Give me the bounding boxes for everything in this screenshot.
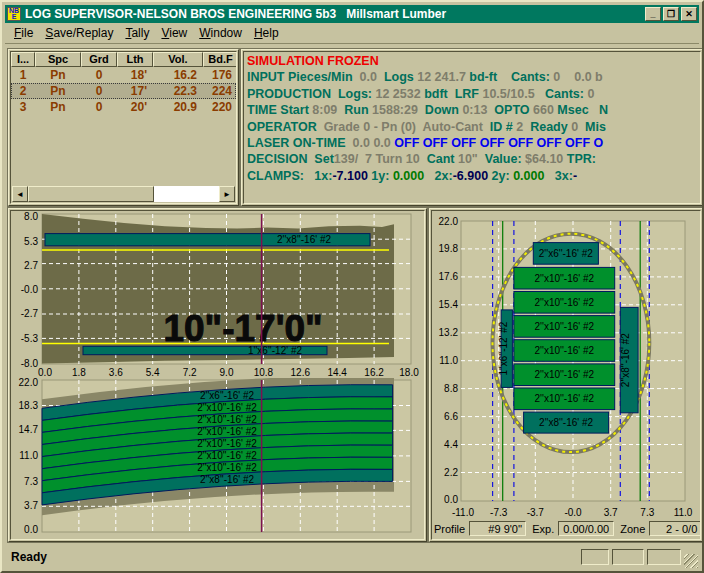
svg-text:7.3: 7.3 bbox=[640, 507, 654, 518]
minimize-button[interactable]: _ bbox=[645, 7, 661, 21]
app-window: NB E LOG SUPERVISOR-NELSON BROS ENGINEER… bbox=[0, 0, 704, 573]
app-icon-letters: E bbox=[12, 14, 17, 20]
simulation-status-window: SIMULATION FROZEN INPUT Pieces/Min 0.0 L… bbox=[241, 49, 703, 206]
svg-text:2''x6''-16' #2: 2''x6''-16' #2 bbox=[200, 390, 254, 401]
svg-text:1.8: 1.8 bbox=[72, 367, 86, 378]
status-line-input: INPUT Pieces/Min 0.0 Logs 12 241.7 bd-ft… bbox=[247, 69, 700, 85]
profile-bar: Profile #9 9'0'' Exp. 0.00/0.00 Zone 2 -… bbox=[434, 520, 700, 537]
status-bar-pane-1 bbox=[581, 549, 609, 565]
svg-text:2.7: 2.7 bbox=[24, 260, 38, 271]
svg-text:2''x10''-16' #2: 2''x10''-16' #2 bbox=[197, 438, 257, 449]
menu-window[interactable]: Window bbox=[195, 24, 250, 42]
scrollbar-thumb[interactable] bbox=[28, 186, 154, 202]
svg-text:0.0: 0.0 bbox=[444, 494, 458, 505]
log-profile-body: 2''x8''-16' #2 1''x6''-12' #2 10"-17'0" … bbox=[10, 210, 425, 540]
x-axis-ticks: 0.0 1.8 3.6 5.4 7.2 9.0 10.8 12.6 14.4 1… bbox=[38, 367, 419, 378]
svg-text:0.0: 0.0 bbox=[38, 367, 52, 378]
svg-text:-0.0: -0.0 bbox=[564, 507, 582, 518]
svg-text:16.2: 16.2 bbox=[364, 367, 384, 378]
svg-text:0.0: 0.0 bbox=[24, 524, 38, 535]
svg-text:2.2: 2.2 bbox=[444, 467, 458, 478]
svg-text:5.3: 5.3 bbox=[24, 236, 38, 247]
svg-text:18.3: 18.3 bbox=[19, 400, 39, 411]
simulation-status-body: SIMULATION FROZEN INPUT Pieces/Min 0.0 L… bbox=[243, 51, 701, 204]
svg-text:22.0: 22.0 bbox=[19, 378, 39, 388]
profile-value-box: #9 9'0'' bbox=[469, 521, 526, 536]
resize-grip[interactable] bbox=[684, 554, 698, 568]
svg-text:19.8: 19.8 bbox=[439, 243, 459, 254]
exp-label: Exp. bbox=[532, 523, 554, 535]
y-axis-ticks: 22.0 19.8 17.6 15.4 13.2 11.0 8.8 6.6 4.… bbox=[439, 216, 459, 505]
menu-tally[interactable]: Tally bbox=[121, 24, 157, 42]
svg-text:7.2: 7.2 bbox=[183, 367, 197, 378]
title-bar[interactable]: NB E LOG SUPERVISOR-NELSON BROS ENGINEER… bbox=[5, 5, 699, 23]
menu-bar: File Save/Replay Tally View Window Help bbox=[5, 23, 699, 44]
col-header-grd[interactable]: Grd bbox=[81, 52, 117, 67]
menu-view[interactable]: View bbox=[157, 24, 195, 42]
svg-text:1''x6''-12' #2: 1''x6''-12' #2 bbox=[498, 321, 509, 375]
svg-text:-7.3: -7.3 bbox=[490, 507, 508, 518]
app-icon[interactable]: NB E bbox=[7, 7, 21, 21]
svg-text:2''x10''-16' #2: 2''x10''-16' #2 bbox=[197, 462, 257, 473]
status-line-production: PRODUCTION Logs: 12 2532 bdft LRF 10.5/1… bbox=[247, 86, 700, 102]
svg-text:15.4: 15.4 bbox=[439, 299, 459, 310]
y-axis-ticks: 8.0 5.3 2.7 -0.0 -2.7 -5.3 -8.0 bbox=[21, 212, 39, 369]
status-bar-pane-2 bbox=[612, 549, 644, 565]
log-profile-window: 2''x8''-16' #2 1''x6''-12' #2 10"-17'0" … bbox=[8, 208, 427, 542]
profile-label: Profile bbox=[434, 523, 465, 535]
end-view-window: 2''x6''-16' #2 2''x10''-16' #2 2''x10''-… bbox=[429, 208, 703, 542]
col-header-vol[interactable]: Vol. bbox=[153, 52, 203, 67]
close-button[interactable]: ✕ bbox=[681, 7, 697, 21]
svg-text:2''x10''-16' #2: 2''x10''-16' #2 bbox=[197, 426, 257, 437]
status-bar: Ready bbox=[5, 546, 699, 568]
scroll-left-arrow[interactable]: ◄ bbox=[12, 186, 28, 202]
table-row-selected[interactable]: 2 Pn 0 17' 22.3 224 bbox=[11, 83, 236, 99]
svg-text:2''x8''-16' #2: 2''x8''-16' #2 bbox=[620, 333, 631, 387]
svg-text:2''x8''-16' #2: 2''x8''-16' #2 bbox=[539, 417, 593, 428]
svg-text:2''x10''-16' #2: 2''x10''-16' #2 bbox=[535, 297, 595, 308]
scroll-right-arrow[interactable]: ► bbox=[219, 186, 235, 202]
status-line-time: TIME Start 8:09 Run 1588:29 Down 0:13 OP… bbox=[247, 102, 700, 118]
col-header-spc[interactable]: Spc bbox=[35, 52, 81, 67]
svg-text:-8.0: -8.0 bbox=[21, 358, 39, 369]
menu-save-replay[interactable]: Save/Replay bbox=[41, 24, 121, 42]
svg-text:13.2: 13.2 bbox=[439, 327, 459, 338]
col-header-id[interactable]: I... bbox=[11, 52, 35, 67]
x-axis-ticks: -11.0 -7.3 -3.7 -0.0 3.7 7.3 11.0 bbox=[452, 507, 693, 518]
horizontal-scrollbar[interactable]: ◄ ► bbox=[12, 186, 235, 202]
svg-text:-0.0: -0.0 bbox=[21, 284, 39, 295]
exp-value-box: 0.00/0.00 bbox=[558, 521, 614, 536]
end-view-body: 2''x6''-16' #2 2''x10''-16' #2 2''x10''-… bbox=[431, 210, 701, 540]
status-line-clamps: CLAMPS: 1x:-7.100 1y: 0.000 2x:-6.900 2y… bbox=[247, 168, 700, 184]
svg-text:8.8: 8.8 bbox=[444, 383, 458, 394]
log-table-header: I... Spc Grd Lth Vol. Bd.F bbox=[11, 52, 236, 67]
svg-text:-3.7: -3.7 bbox=[527, 507, 545, 518]
board-labels: 2''x6''-16' #2 2''x10''-16' #2 2''x10''-… bbox=[197, 390, 257, 485]
svg-text:4.4: 4.4 bbox=[444, 439, 458, 450]
zone-label: Zone bbox=[620, 523, 645, 535]
status-line-laser: LASER ON-TIME 0.0 0.0 OFF OFF OFF OFF OF… bbox=[247, 135, 700, 151]
svg-text:22.0: 22.0 bbox=[439, 216, 459, 227]
menu-file[interactable]: File bbox=[10, 24, 41, 42]
table-row[interactable]: 1 Pn 0 18' 16.2 176 bbox=[11, 67, 236, 83]
svg-text:-5.3: -5.3 bbox=[21, 333, 39, 344]
svg-text:3.7: 3.7 bbox=[604, 507, 618, 518]
col-header-lth[interactable]: Lth bbox=[117, 52, 153, 67]
svg-text:18.0: 18.0 bbox=[399, 367, 419, 378]
svg-text:-2.7: -2.7 bbox=[21, 308, 39, 319]
col-header-bdf[interactable]: Bd.F bbox=[203, 52, 237, 67]
board-label: 2''x8''-16' #2 bbox=[277, 234, 331, 245]
svg-text:3.7: 3.7 bbox=[24, 500, 38, 511]
end-view-chart: 2''x6''-16' #2 2''x10''-16' #2 2''x10''-… bbox=[433, 211, 699, 521]
log-list-window: I... Spc Grd Lth Vol. Bd.F 1 Pn 0 18' 16… bbox=[8, 49, 239, 206]
maximize-button[interactable]: ❐ bbox=[663, 7, 679, 21]
svg-text:7.3: 7.3 bbox=[24, 476, 38, 487]
scrollbar-track[interactable] bbox=[154, 186, 219, 202]
table-row[interactable]: 3 Pn 0 20' 20.9 220 bbox=[11, 99, 236, 115]
status-bar-pane-3 bbox=[647, 549, 681, 565]
menu-help[interactable]: Help bbox=[250, 24, 287, 42]
svg-text:3.6: 3.6 bbox=[109, 367, 123, 378]
svg-text:14.4: 14.4 bbox=[327, 367, 347, 378]
svg-text:2''x10''-16' #2: 2''x10''-16' #2 bbox=[535, 321, 595, 332]
svg-text:11.0: 11.0 bbox=[674, 507, 693, 518]
